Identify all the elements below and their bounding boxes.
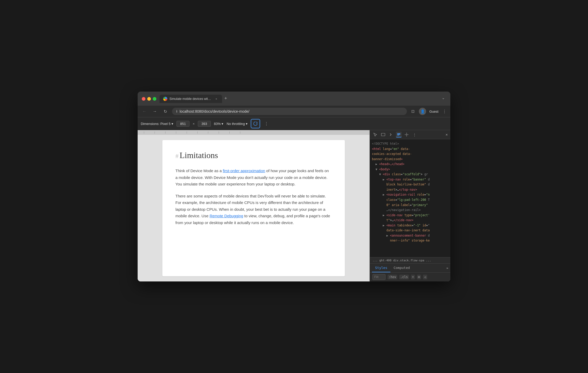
width-input[interactable] <box>176 121 189 127</box>
html-body[interactable]: ▼ <body> <box>372 167 448 172</box>
svg-rect-1 <box>397 133 400 134</box>
more-dots-icon: ⋮ <box>413 133 416 137</box>
screenshot-icon[interactable]: ⊡ <box>410 109 416 114</box>
article-para-2: There are some aspects of mobile devices… <box>175 193 332 226</box>
address-bar-row: ← → ↻ ℹ localhost:8080/docs/devtools/dev… <box>138 106 450 117</box>
ruler-mark <box>155 131 155 134</box>
ruler-mark <box>165 131 166 134</box>
close-traffic-light[interactable] <box>142 97 145 101</box>
html-nav-rail[interactable]: ▶ <navigation-rail role="n <box>372 192 448 197</box>
html-side-nav[interactable]: ▶ <side-nav type="project' <box>372 213 448 218</box>
ruler-mark <box>197 131 198 134</box>
guest-label: Guest <box>429 110 438 113</box>
ruler-mark <box>176 131 176 134</box>
tabs-row: Simulate mobile devices with D × + <box>160 95 437 103</box>
html-top-nav-3: inert>…</top-nav> <box>372 187 448 192</box>
chrome-favicon <box>163 97 167 101</box>
device-select[interactable]: Dimensions: Pixel 5 ▾ <box>141 122 173 126</box>
devtools-bottom: Styles Computed » :hov .cls + ⊟ ◁ <box>370 264 450 281</box>
styles-toolbar: :hov .cls + ⊟ ◁ <box>370 273 450 281</box>
browser-window: Simulate mobile devices with D × + ⌄ ← →… <box>138 92 450 281</box>
chevron-right-icon <box>389 133 393 137</box>
address-bar[interactable]: ℹ localhost:8080/docs/devtools/device-mo… <box>172 108 407 115</box>
html-div-scaffold[interactable]: ▼ <div class="scaffold"> gr <box>372 172 448 177</box>
html-side-nav-2: t">…</side-nav> <box>372 218 448 223</box>
rotate-icon <box>253 121 258 126</box>
html-head[interactable]: ▶ <head>…</head> <box>372 162 448 167</box>
html-tree: <!DOCTYPE html> <html lang="en" data- co… <box>370 139 450 257</box>
height-input[interactable] <box>198 121 211 127</box>
elements-tab-button[interactable] <box>396 132 402 137</box>
rotate-button[interactable] <box>251 119 260 128</box>
page-ruler <box>138 130 370 135</box>
first-order-link[interactable]: first-order approximation <box>223 169 265 173</box>
html-main[interactable]: ▶ <main tabindex="-1" id=" <box>372 223 448 228</box>
devtools-more-button[interactable]: ⋮ <box>412 132 417 137</box>
maximize-traffic-light[interactable] <box>153 97 156 101</box>
page-content: #Limitations Think of Device Mode as a f… <box>138 130 370 281</box>
ruler-mark <box>144 131 144 134</box>
back-style-button[interactable]: ◁ <box>423 275 427 279</box>
html-doctype: <!DOCTYPE html> <box>372 141 448 147</box>
device-label: Dimensions: Pixel 5 <box>141 122 170 126</box>
html-announcement[interactable]: ▶ <announcement-banner d <box>372 233 448 238</box>
profile-area: ⌄ <box>440 95 446 103</box>
zoom-select[interactable]: 83% ▾ <box>214 122 224 126</box>
devtools-panel: ⋮ × <!DOCTYPE html> <html lang="en" data… <box>370 130 450 281</box>
ruler-mark <box>219 131 219 134</box>
collapse-icon[interactable]: ⌄ <box>440 95 446 101</box>
styles-tab-styles[interactable]: Styles <box>372 264 390 272</box>
html-html-tag[interactable]: <html lang="en" data- <box>372 147 448 152</box>
styles-filter-input[interactable] <box>372 274 385 280</box>
svg-point-4 <box>406 134 407 135</box>
heading-text: Limitations <box>180 151 218 160</box>
ruler-mark <box>187 131 187 134</box>
article-para-1: Think of Device Mode as a first-order ap… <box>175 167 332 188</box>
devtools-close-button[interactable]: × <box>446 133 448 137</box>
forward-button[interactable]: → <box>151 108 158 115</box>
device-dropdown-arrow: ▾ <box>172 122 173 126</box>
html-nav-rail-3: 0" aria-label="primary" <box>372 203 448 208</box>
styles-tab-computed[interactable]: Computed <box>390 264 413 272</box>
console-tab-button[interactable] <box>388 132 394 137</box>
inspect-element-button[interactable] <box>372 132 378 137</box>
dimension-separator: × <box>193 122 195 126</box>
device-toolbar: Dimensions: Pixel 5 ▾ × 83% ▾ No throttl… <box>138 117 450 130</box>
device-more-icon[interactable]: ⋮ <box>263 120 270 127</box>
profile-button[interactable]: 👤 <box>419 108 426 115</box>
device-mode-button[interactable] <box>380 132 386 137</box>
force-element-button[interactable]: ⊟ <box>417 275 421 279</box>
page-body: #Limitations Think of Device Mode as a f… <box>138 135 370 281</box>
active-tab[interactable]: Simulate mobile devices with D × <box>160 95 222 103</box>
html-top-nav-2: block hairline-bottom" d <box>372 182 448 187</box>
html-top-nav[interactable]: ▶ <top-nav role="banner" d <box>372 177 448 182</box>
back-button[interactable]: ← <box>141 108 148 115</box>
settings-gear-icon <box>405 133 409 137</box>
tab-close-button[interactable]: × <box>214 97 218 101</box>
svg-rect-3 <box>397 135 399 135</box>
cls-button[interactable]: .cls <box>399 275 409 279</box>
settings-button[interactable] <box>404 132 409 137</box>
reload-button[interactable]: ↻ <box>162 108 169 115</box>
html-announcement-2: nner--info" storage-ke <box>372 238 448 243</box>
ruler-mark <box>240 131 240 134</box>
throttle-select[interactable]: No throttling ▾ <box>226 122 248 126</box>
svg-rect-2 <box>397 134 400 135</box>
add-style-button[interactable]: + <box>411 275 415 279</box>
devtools-header: ⋮ × <box>370 130 450 139</box>
address-text: localhost:8080/docs/devtools/device-mode… <box>180 109 249 113</box>
ruler-mark <box>229 131 230 134</box>
breadcrumb-text: ... ght-400 div.stack.flow-spa ... <box>372 259 431 262</box>
html-nav-rail-2: class="lg:pad-left-200 T <box>372 197 448 203</box>
new-tab-button[interactable]: + <box>222 95 229 102</box>
hov-button[interactable]: :hov <box>388 275 397 279</box>
styles-more-button[interactable]: » <box>446 264 448 272</box>
zoom-label: 83% <box>214 122 221 126</box>
html-html-tag-3: banner-dismissed> <box>372 157 448 162</box>
zoom-arrow: ▾ <box>222 122 223 126</box>
chrome-menu-icon[interactable]: ⋮ <box>442 109 447 114</box>
svg-rect-0 <box>381 133 385 136</box>
ruler-marks <box>138 131 370 134</box>
minimize-traffic-light[interactable] <box>147 97 151 101</box>
remote-debugging-link[interactable]: Remote Debugging <box>210 214 243 218</box>
